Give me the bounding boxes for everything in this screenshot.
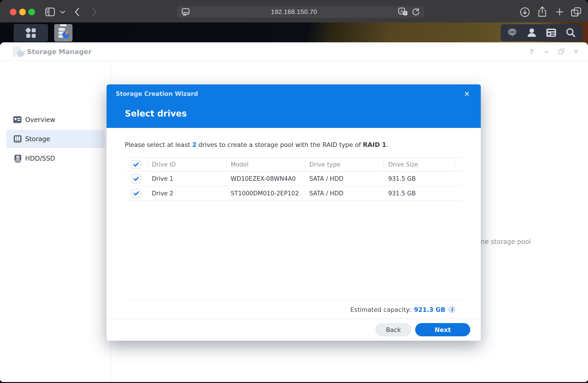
table-row[interactable]: Drive 2 ST1000DM010-2EP102 SATA / HDD 93…: [125, 186, 462, 201]
translate-icon[interactable]: A *: [398, 7, 408, 17]
main-menu-icon: [24, 26, 38, 40]
dialog-close-icon[interactable]: ✕: [461, 88, 473, 100]
url-text[interactable]: 192.168.150.70: [190, 8, 398, 16]
toolbar-divider: [58, 8, 58, 16]
reload-icon[interactable]: [411, 7, 420, 17]
traffic-minimize-button[interactable]: [19, 9, 26, 15]
cell-drive-type: SATA / HDD: [305, 190, 384, 197]
traffic-zoom-button[interactable]: [28, 9, 35, 15]
window-title: Storage Manager: [27, 48, 91, 56]
checkmark-icon: [133, 176, 139, 182]
hdd-ssd-icon: [14, 154, 22, 163]
storage-manager-taskbar-button[interactable]: [54, 24, 72, 42]
address-bar[interactable]: 192.168.150.70 A *: [177, 6, 424, 18]
cell-model: ST1000DM010-2EP102: [227, 190, 305, 197]
sidebar-item-label: HDD/SSD: [25, 155, 55, 162]
column-header-drive-size[interactable]: Drive Size: [384, 158, 455, 171]
page-settings-icon[interactable]: [181, 8, 190, 16]
checkmark-icon: [133, 161, 139, 168]
sidebar-item-label: Overview: [25, 116, 55, 124]
cell-model: WD10EZEX-08WN4A0: [227, 175, 305, 182]
next-button[interactable]: Next: [415, 323, 470, 336]
search-icon[interactable]: [565, 27, 577, 39]
background-page-text: ne storage pool: [481, 238, 531, 246]
row-checkbox-cell: [125, 172, 148, 186]
select-all-checkbox[interactable]: [131, 160, 141, 169]
drive-2-checkbox[interactable]: [132, 189, 141, 198]
row-checkbox-cell: [125, 186, 148, 201]
capacity-value: 921.3 GB: [414, 306, 445, 313]
tab-overview-icon[interactable]: [571, 6, 583, 17]
svg-text:*: *: [405, 11, 406, 15]
chevron-down-icon[interactable]: [60, 10, 66, 14]
drive-table: Drive ID Model Drive type Drive Size Dri…: [125, 158, 462, 201]
storage-icon: [13, 135, 22, 143]
select-all-cell: [125, 158, 148, 171]
screen: 192.168.150.70 A *: [0, 0, 588, 383]
raid-type: RAID 1: [363, 141, 386, 148]
restore-icon[interactable]: [556, 47, 566, 56]
dialog-title: Storage Creation Wizard: [116, 90, 198, 97]
storage-manager-title-icon: [12, 45, 25, 58]
close-window-icon[interactable]: ✕: [571, 47, 581, 56]
user-icon[interactable]: [526, 27, 538, 39]
forward-icon[interactable]: [90, 7, 99, 17]
svg-text:A: A: [400, 9, 403, 14]
footer-divider: [106, 318, 481, 319]
chat-icon[interactable]: [507, 27, 519, 39]
table-row[interactable]: Drive 1 WD10EZEX-08WN4A0 SATA / HDD 931.…: [125, 172, 462, 186]
drive-1-checkbox[interactable]: [132, 174, 141, 183]
capacity-label: Estimated capacity:: [350, 306, 411, 313]
back-button[interactable]: Back: [375, 323, 411, 336]
new-tab-icon[interactable]: [554, 7, 565, 17]
sidebar-item-overview[interactable]: Overview: [0, 111, 110, 129]
cell-drive-size: 931.5 GB: [384, 190, 455, 197]
help-icon[interactable]: ?: [526, 47, 537, 56]
info-icon[interactable]: i: [448, 306, 456, 314]
sidebar-item-storage[interactable]: Storage: [0, 130, 110, 148]
overview-icon: [13, 115, 22, 124]
widgets-icon[interactable]: [545, 27, 557, 39]
capacity-divider: [125, 300, 462, 300]
open-app-indicator: [60, 24, 66, 26]
minimize-icon[interactable]: –: [541, 47, 551, 56]
main-menu-button[interactable]: [14, 24, 48, 42]
instruction-text: Please select at least 2 drives to creat…: [125, 141, 388, 148]
cell-drive-id: Drive 1: [148, 175, 227, 182]
sidebar-item-hdd-ssd[interactable]: HDD/SSD: [0, 149, 110, 167]
storage-creation-wizard-dialog: Storage Creation Wizard ✕ Select drives …: [106, 84, 481, 341]
cell-drive-type: SATA / HDD: [305, 175, 384, 182]
share-icon[interactable]: [537, 6, 548, 18]
dsm-tray: [501, 24, 583, 41]
estimated-capacity: Estimated capacity: 921.3 GB i: [350, 305, 456, 315]
downloads-icon[interactable]: [519, 7, 530, 18]
min-drive-count: 2: [192, 141, 197, 148]
column-header-spacer: [455, 158, 462, 171]
table-header-row: Drive ID Model Drive type Drive Size: [125, 158, 462, 172]
back-icon[interactable]: [73, 7, 82, 17]
storage-manager-app-icon: [57, 26, 70, 39]
column-header-drive-id[interactable]: Drive ID: [148, 158, 227, 171]
column-header-model[interactable]: Model: [227, 158, 305, 171]
browser-chrome: 192.168.150.70 A *: [0, 0, 588, 23]
traffic-close-button[interactable]: [10, 9, 17, 15]
browser-window: 192.168.150.70 A *: [0, 0, 588, 382]
dialog-header: Storage Creation Wizard ✕ Select drives: [106, 84, 481, 128]
column-header-drive-type[interactable]: Drive type: [305, 158, 384, 171]
cell-drive-size: 931.5 GB: [384, 175, 455, 182]
sidebar-toggle-icon[interactable]: [45, 7, 55, 17]
step-title: Select drives: [125, 109, 187, 118]
checkmark-icon: [133, 190, 139, 197]
window-titlebar: Storage Manager ? – ✕: [0, 42, 588, 61]
sidebar-item-label: Storage: [25, 135, 50, 143]
cell-drive-id: Drive 2: [148, 190, 227, 197]
